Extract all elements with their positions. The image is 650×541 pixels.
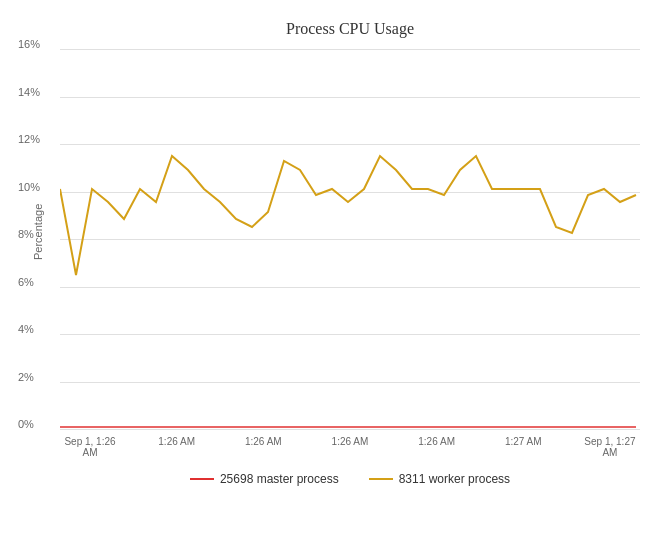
x-label-2: 1:26 AM [233, 436, 293, 458]
x-label-1: 1:26 AM [147, 436, 207, 458]
x-label-3: 1:26 AM [320, 436, 380, 458]
chart-container: Process CPU Usage Percentage 0% 2% 4% 6%… [0, 0, 650, 541]
legend-label-master: 25698 master process [220, 472, 339, 486]
chart-title: Process CPU Usage [60, 20, 640, 38]
chart-area: Percentage 0% 2% 4% 6% 8% 10% 12% [60, 50, 640, 458]
chart-svg [60, 50, 640, 430]
chart-inner: 0% 2% 4% 6% 8% 10% 12% 14% [60, 50, 640, 430]
legend-line-master [190, 478, 214, 480]
x-label-4: 1:26 AM [407, 436, 467, 458]
legend-line-worker [369, 478, 393, 480]
x-label-5: 1:27 AM [493, 436, 553, 458]
legend-item-master: 25698 master process [190, 472, 339, 486]
x-label-6: Sep 1, 1:27AM [580, 436, 640, 458]
legend: 25698 master process 8311 worker process [60, 472, 640, 486]
x-label-0: Sep 1, 1:26AM [60, 436, 120, 458]
legend-label-worker: 8311 worker process [399, 472, 510, 486]
legend-item-worker: 8311 worker process [369, 472, 510, 486]
x-axis-labels: Sep 1, 1:26AM 1:26 AM 1:26 AM 1:26 AM 1:… [60, 436, 640, 458]
